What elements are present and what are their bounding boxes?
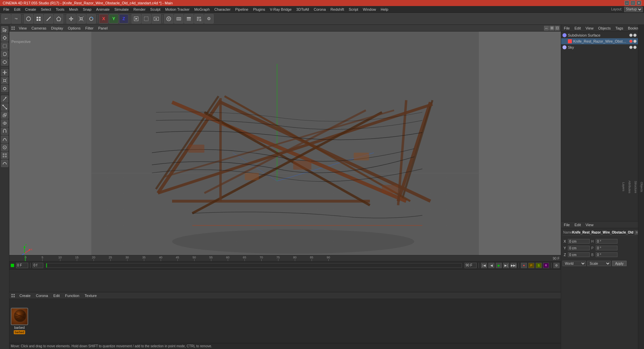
menu-render[interactable]: Render (131, 7, 148, 12)
menu-snap[interactable]: Snap (81, 7, 94, 12)
spline-icon[interactable] (1, 136, 8, 143)
material-menu-texture[interactable]: Texture (83, 293, 98, 298)
viewport-menu-cameras[interactable]: Cameras (30, 26, 48, 31)
viewport-canvas[interactable]: Perspective (9, 32, 561, 255)
browser-tab-structure[interactable]: Structure (633, 180, 638, 195)
attr-vis-icon1[interactable]: S (635, 231, 638, 235)
browser-tab-attributes[interactable]: Attributes (627, 179, 632, 195)
knife-rest-vis-dot1[interactable] (629, 40, 633, 43)
menu-help[interactable]: Help (379, 7, 390, 12)
render-region-button[interactable] (142, 14, 151, 23)
move-icon[interactable] (1, 69, 8, 76)
menu-pipeline[interactable]: Pipeline (233, 7, 250, 12)
lasso-select-icon[interactable] (1, 50, 8, 58)
z-axis-button[interactable]: Z (119, 14, 128, 23)
obj-menu-tags[interactable]: Tags (614, 26, 625, 31)
browser-tab-layers[interactable]: Layers (621, 181, 626, 193)
material-menu-edit[interactable]: Edit (52, 293, 61, 298)
viewport-menu-panel[interactable]: Panel (97, 26, 109, 31)
menu-redshift[interactable]: Redshift (328, 7, 346, 12)
prev-frame-button[interactable]: ◀ (488, 263, 494, 268)
preferences-button[interactable]: ⚙ (204, 14, 214, 23)
apply-button[interactable]: Apply (612, 261, 627, 266)
record-active-button[interactable]: ● (521, 263, 527, 268)
menu-create[interactable]: Create (23, 7, 38, 12)
menu-mesh[interactable]: Mesh (67, 7, 80, 12)
obj-menu-file[interactable]: File (562, 26, 571, 31)
menu-corona[interactable]: Corona (312, 7, 328, 12)
undo-button[interactable]: ↩ (1, 14, 11, 23)
viewport-camera-icon[interactable]: ⊡ (555, 26, 559, 31)
timeline-button[interactable] (174, 14, 183, 23)
attr-menu-file[interactable]: File (562, 222, 571, 227)
material-manager-button[interactable] (164, 14, 173, 23)
layer-manager-button[interactable] (184, 14, 194, 23)
deformer-icon[interactable] (1, 160, 8, 167)
knife-rest-vis-dot2[interactable] (633, 40, 637, 43)
minimize-button[interactable]: ─ (625, 1, 629, 5)
sky-vis-dot2[interactable] (633, 46, 637, 49)
coord-z-input[interactable] (568, 252, 590, 257)
timeline-end-frame-input[interactable] (465, 263, 477, 268)
play-button[interactable]: ▶ (496, 263, 502, 268)
menu-file[interactable]: File (1, 7, 11, 12)
rotate-tool-button[interactable] (87, 14, 96, 23)
polygon-select-icon[interactable] (1, 58, 8, 66)
menu-tools[interactable]: Tools (54, 7, 66, 12)
viewport-menu-view[interactable]: View (17, 26, 28, 31)
magnet-icon[interactable] (1, 128, 8, 135)
menu-motion-tracker[interactable]: Motion Tracker (163, 7, 192, 12)
x-axis-button[interactable]: X (99, 14, 108, 23)
material-menu-function[interactable]: Function (64, 293, 80, 298)
obj-menu-objects[interactable]: Objects (597, 26, 612, 31)
extrude-icon[interactable] (1, 111, 8, 119)
soft-select-icon[interactable] (1, 119, 8, 127)
y-axis-button[interactable]: Y (109, 14, 118, 23)
close-button[interactable]: ✕ (637, 1, 641, 5)
move-tool-button[interactable] (66, 14, 76, 23)
viewport-corner-icon[interactable] (11, 26, 15, 31)
attr-menu-view[interactable]: View (584, 222, 595, 227)
scale-icon[interactable] (1, 77, 8, 84)
record-rot-button[interactable]: R (543, 263, 549, 268)
menu-animate[interactable]: Animate (94, 7, 112, 12)
timeline-scrub-bar[interactable] (46, 263, 462, 268)
obj-menu-edit[interactable]: Edit (573, 26, 582, 31)
attr-menu-edit[interactable]: Edit (573, 222, 582, 227)
record-pos-button[interactable]: P (528, 263, 534, 268)
viewport-menu-options[interactable]: Options (66, 26, 82, 31)
viewport-layout-icon[interactable]: ↔ (544, 26, 549, 31)
bridge-icon[interactable] (1, 103, 8, 111)
coord-b-input[interactable] (596, 252, 618, 257)
material-menu-icon[interactable] (11, 293, 15, 298)
transform-world-select[interactable]: World (562, 261, 586, 266)
object-item-knife-rest[interactable]: Knife_Rest_Razor_Wire_Obstacle_Old (561, 38, 638, 44)
viewport-fullscreen-icon[interactable]: ⊞ (549, 26, 554, 31)
menu-character[interactable]: Character (212, 7, 232, 12)
points-mode-button[interactable] (34, 14, 43, 23)
menu-sculpt[interactable]: Sculpt (148, 7, 163, 12)
material-item[interactable]: barbed barbed (11, 308, 28, 334)
transform-scale-select[interactable]: Scale (587, 261, 611, 266)
coord-x-input[interactable] (568, 239, 590, 244)
menu-simulate[interactable]: Simulate (112, 7, 131, 12)
menu-mograph[interactable]: MoGraph (192, 7, 212, 12)
render-to-viewer-button[interactable] (152, 14, 161, 23)
menu-plugins[interactable]: Plugins (251, 7, 267, 12)
go-to-end-button[interactable]: ▶▶| (511, 263, 517, 268)
keyframe-options-button[interactable]: ⚙ (553, 263, 559, 268)
menu-window[interactable]: Window (361, 7, 378, 12)
go-to-start-button[interactable]: |◀ (481, 263, 487, 268)
viewport-menu-filter[interactable]: Filter (84, 26, 95, 31)
browser-tab-objects[interactable]: Objects (639, 181, 644, 194)
layout-dropdown[interactable]: Startup (624, 7, 643, 12)
timeline-small-frame-input[interactable] (33, 263, 43, 268)
grid-icon[interactable] (1, 152, 8, 159)
menu-vray[interactable]: V-Ray Bridge (268, 7, 294, 12)
selection-tool-icon[interactable] (1, 26, 8, 34)
timeline-frame-input[interactable] (16, 263, 28, 268)
rotate-icon[interactable] (1, 85, 8, 92)
redo-button[interactable]: ↪ (11, 14, 21, 23)
viewport-container[interactable]: View Cameras Display Options Filter Pane… (9, 25, 561, 255)
record-scale-button[interactable]: S (536, 263, 542, 268)
